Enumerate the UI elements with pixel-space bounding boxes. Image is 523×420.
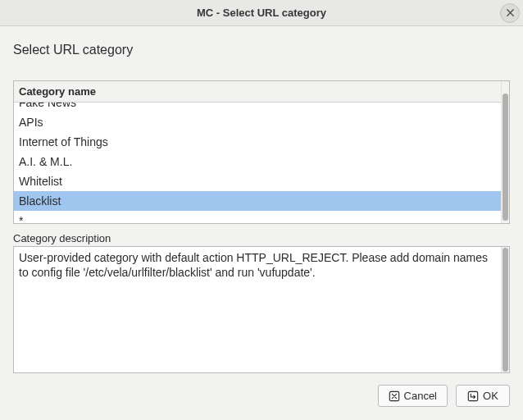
category-list[interactable]: Category name Fake NewsAPIsInternet of T…: [14, 81, 501, 223]
description-text: User-provided category with default acti…: [14, 247, 501, 372]
window-body: Select URL category Category name Fake N…: [0, 26, 523, 420]
titlebar: MC - Select URL category: [0, 0, 523, 26]
cancel-button[interactable]: Cancel: [378, 385, 448, 407]
cancel-label: Cancel: [404, 390, 437, 402]
list-item[interactable]: Whitelist: [14, 171, 501, 191]
description-scrollbar[interactable]: [501, 247, 509, 372]
list-header[interactable]: Category name: [14, 81, 501, 103]
description-scrollbar-thumb[interactable]: [503, 248, 508, 372]
ok-label: OK: [483, 390, 498, 402]
window-title: MC - Select URL category: [197, 7, 326, 19]
svg-rect-1: [468, 391, 477, 400]
list-item[interactable]: Blacklist: [14, 191, 501, 211]
close-icon: [506, 7, 515, 20]
list-scrollbar-thumb[interactable]: [503, 94, 508, 221]
list-item[interactable]: *: [14, 211, 501, 223]
page-title: Select URL category: [13, 43, 510, 57]
list-scrollbar[interactable]: [501, 81, 509, 223]
cancel-icon: [389, 390, 400, 402]
ok-icon: [467, 390, 479, 402]
button-row: Cancel OK: [13, 385, 510, 407]
close-button[interactable]: [500, 3, 520, 23]
ok-button[interactable]: OK: [456, 385, 510, 407]
list-item[interactable]: Internet of Things: [14, 132, 501, 152]
list-item[interactable]: A.I. & M.L.: [14, 152, 501, 171]
category-list-container: Category name Fake NewsAPIsInternet of T…: [13, 80, 510, 224]
list-item[interactable]: APIs: [14, 112, 501, 132]
description-container: User-provided category with default acti…: [13, 246, 510, 373]
description-label: Category description: [13, 232, 510, 244]
